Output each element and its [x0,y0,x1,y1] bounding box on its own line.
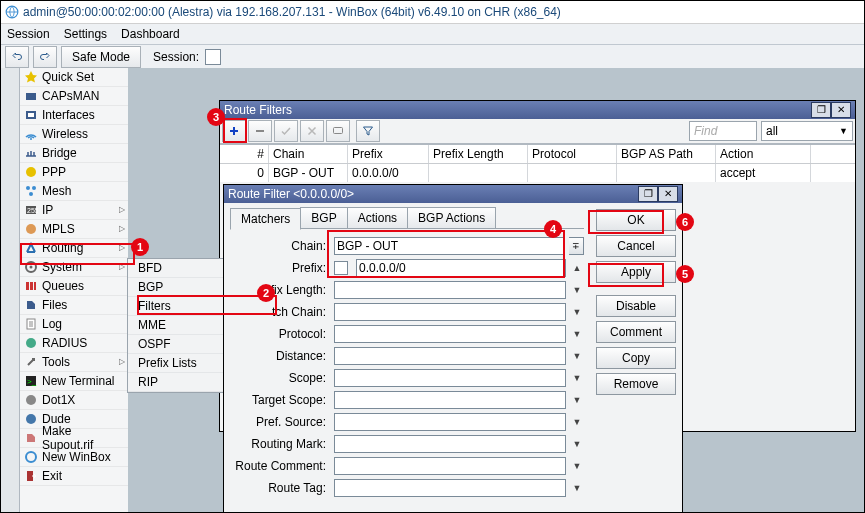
expand-toggle[interactable]: ▼ [570,326,584,342]
sidebar-item-log[interactable]: Log [20,315,128,334]
comment-button[interactable] [326,120,350,142]
callout-6: 6 [676,213,694,231]
expand-toggle[interactable]: ▼ [570,480,584,496]
dlg-restore-icon[interactable]: ❐ [638,186,658,202]
col-num[interactable]: # [220,145,269,163]
rf-close-icon[interactable]: ✕ [831,102,851,118]
scope-input[interactable] [334,369,566,387]
menu-settings[interactable]: Settings [64,27,107,41]
sidebar-item-radius[interactable]: RADIUS [20,334,128,353]
filter-button[interactable] [356,120,380,142]
cancel-button[interactable]: Cancel [596,235,676,257]
sidebar-item-capsman[interactable]: CAPsMAN [20,87,128,106]
col-proto[interactable]: Protocol [528,145,617,163]
sidebar-item-quick-set[interactable]: Quick Set [20,68,128,87]
remove-button[interactable]: Remove [596,373,676,395]
target-scope-input[interactable] [334,391,566,409]
enable-button[interactable] [274,120,298,142]
tab-matchers[interactable]: Matchers [230,208,301,230]
field-label: Pref. Source: [230,415,330,429]
routing-mark-input[interactable] [334,435,566,453]
expand-toggle[interactable]: ▼ [570,282,584,298]
sidebar-item-tools[interactable]: Tools▷ [20,353,128,372]
svg-text:255: 255 [27,207,38,214]
col-action[interactable]: Action [716,145,811,163]
sidebar-item-ip[interactable]: 255IP▷ [20,201,128,220]
prefix-input[interactable]: 0.0.0.0/0 [356,259,566,277]
remove-button[interactable] [248,120,272,142]
svg-point-5 [26,167,36,177]
sidebar-item-label: Mesh [42,184,71,198]
route-tag-input[interactable] [334,479,566,497]
svg-rect-1 [26,93,36,100]
sidebar-item-exit[interactable]: Exit [20,467,128,486]
tab-actions[interactable]: Actions [347,207,408,228]
disable-button[interactable]: Disable [596,295,676,317]
col-plen[interactable]: Prefix Length [429,145,528,163]
session-label: Session: [153,50,199,64]
rf-restore-icon[interactable]: ❐ [811,102,831,118]
sidebar-item-system[interactable]: System▷ [20,258,128,277]
session-indicator [205,49,221,65]
route-comment-input[interactable] [334,457,566,475]
sidebar-item-label: IP [42,203,53,217]
expand-toggle[interactable]: ▼ [570,348,584,364]
expand-toggle[interactable]: ▼ [570,392,584,408]
dlg-close-icon[interactable]: ✕ [658,186,678,202]
sidebar-icon [24,241,38,255]
sidebar-item-new-winbox[interactable]: New WinBox [20,448,128,467]
expand-toggle[interactable]: ▼ [570,436,584,452]
sidebar-item-make-supout-rif[interactable]: Make Supout.rif [20,429,128,448]
svg-rect-16 [34,282,36,290]
sidebar-item-wireless[interactable]: Wireless [20,125,128,144]
dlg-titlebar[interactable]: Route Filter <0.0.0.0/0> ❐ ✕ [224,185,682,203]
chain-input[interactable]: BGP - OUT [334,237,565,255]
sidebar-item-label: Quick Set [42,70,94,84]
distance-input[interactable] [334,347,566,365]
sidebar-item-routing[interactable]: Routing▷ [20,239,128,258]
col-aspath[interactable]: BGP AS Path [617,145,716,163]
sidebar-item-ppp[interactable]: PPP [20,163,128,182]
expand-toggle[interactable]: ▼ [570,370,584,386]
filter-select[interactable]: all▼ [761,121,853,141]
table-row[interactable]: 0 BGP - OUT 0.0.0.0/0 accept [220,164,855,182]
apply-button[interactable]: Apply [596,261,676,283]
sidebar-item-queues[interactable]: Queues [20,277,128,296]
add-button[interactable] [222,120,246,142]
sidebar-item-files[interactable]: Files [20,296,128,315]
invert-checkbox[interactable] [334,261,348,275]
find-input[interactable]: Find [689,121,757,141]
expand-toggle[interactable]: ▼ [570,304,584,320]
sidebar-item-interfaces[interactable]: Interfaces [20,106,128,125]
menu-session[interactable]: Session [7,27,50,41]
route-filters-titlebar[interactable]: Route Filters ❐ ✕ [220,101,855,119]
safe-mode-button[interactable]: Safe Mode [61,46,141,68]
sidebar-item-dot1x[interactable]: Dot1X [20,391,128,410]
ok-button[interactable]: OK [596,209,676,231]
copy-button[interactable]: Copy [596,347,676,369]
sidebar-item-bridge[interactable]: Bridge [20,144,128,163]
sidebar-item-mpls[interactable]: MPLS▷ [20,220,128,239]
redo-button[interactable] [33,46,57,68]
expand-toggle[interactable]: ▼ [570,458,584,474]
tab-bgp[interactable]: BGP [300,207,347,228]
undo-button[interactable] [5,46,29,68]
expand-toggle[interactable]: ▲ [570,260,584,276]
col-prefix[interactable]: Prefix [348,145,429,163]
sidebar-icon [24,431,38,445]
protocol-input[interactable] [334,325,566,343]
tab-bgp-actions[interactable]: BGP Actions [407,207,496,228]
sidebar-item-mesh[interactable]: Mesh [20,182,128,201]
dropdown-button[interactable]: ∓ [569,237,584,255]
sidebar-item-label: New Terminal [42,374,114,388]
pref-source-input[interactable] [334,413,566,431]
field-label: tch Chain: [230,305,330,319]
disable-button[interactable] [300,120,324,142]
match-chain-input[interactable] [334,303,566,321]
sidebar-item-new-terminal[interactable]: >_New Terminal [20,372,128,391]
expand-toggle[interactable]: ▼ [570,414,584,430]
prefix-length-input[interactable] [334,281,566,299]
comment-button[interactable]: Comment [596,321,676,343]
col-chain[interactable]: Chain [269,145,348,163]
menu-dashboard[interactable]: Dashboard [121,27,180,41]
